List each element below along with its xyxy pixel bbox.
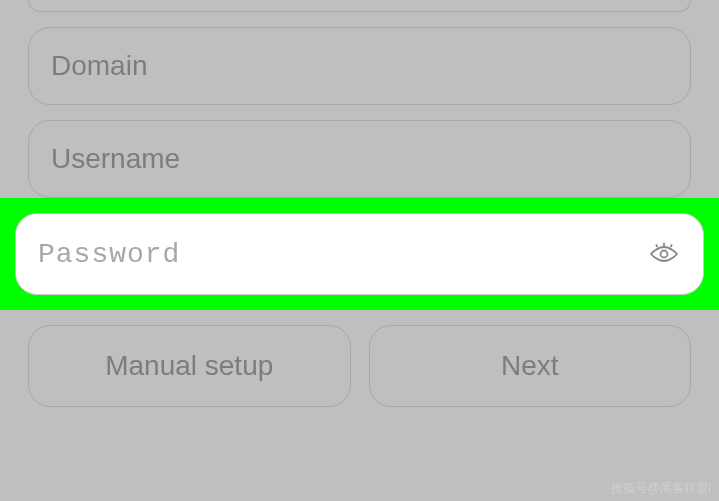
- next-button[interactable]: Next: [369, 325, 692, 407]
- svg-line-2: [656, 245, 658, 248]
- highlight-box: Password: [0, 198, 719, 310]
- manual-setup-label: Manual setup: [105, 350, 273, 382]
- username-input[interactable]: Username: [28, 120, 691, 198]
- form-container: Domain Username: [0, 0, 719, 198]
- domain-input[interactable]: Domain: [28, 27, 691, 105]
- username-placeholder: Username: [51, 143, 180, 175]
- password-input[interactable]: Password: [15, 213, 704, 295]
- eye-icon[interactable]: [647, 243, 681, 265]
- svg-line-3: [671, 245, 673, 248]
- svg-point-0: [661, 251, 668, 258]
- partial-field-top: [28, 0, 691, 12]
- watermark: 搜狐号@黑客联盟I: [611, 480, 711, 497]
- button-row: Manual setup Next: [0, 325, 719, 407]
- next-label: Next: [501, 350, 559, 382]
- password-placeholder: Password: [38, 239, 180, 270]
- domain-placeholder: Domain: [51, 50, 147, 82]
- manual-setup-button[interactable]: Manual setup: [28, 325, 351, 407]
